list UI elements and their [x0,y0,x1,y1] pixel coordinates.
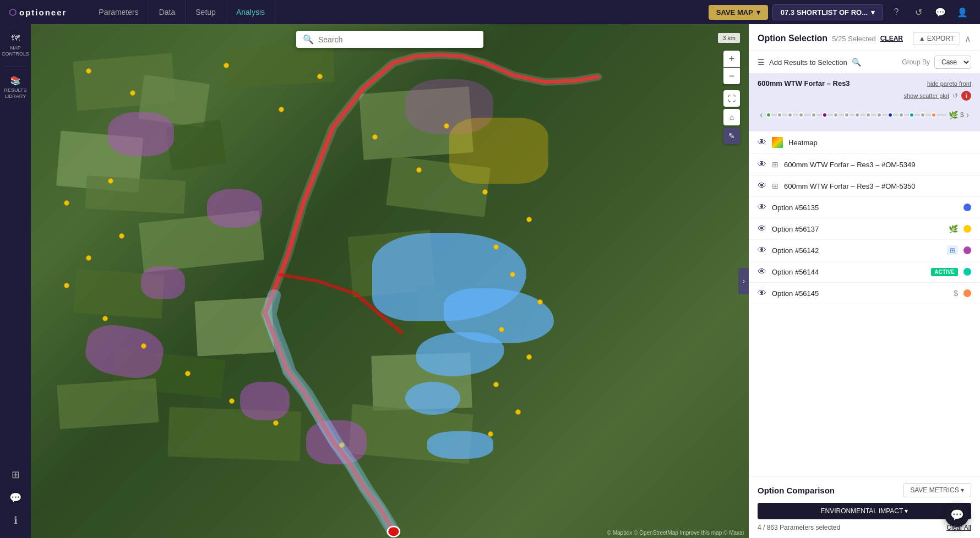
pareto-dot[interactable] [811,112,816,118]
sidebar-map-controls[interactable]: 🗺 MAPCONTROLS [2,29,29,62]
home-button[interactable]: ⌂ [723,109,740,125]
eye-icon[interactable]: 👁 [758,267,766,277]
chat-fab-button[interactable]: 💬 [945,503,969,527]
chat-icon: 💬 [9,492,21,504]
pencil-button[interactable]: ✎ [723,128,740,144]
pareto-dot[interactable] [766,112,771,118]
option-label: 600mm WTW Forfar – Res3 – #OM-5350 [784,182,971,190]
sidebar-bottom: ⊞ 💬 ℹ [2,465,29,538]
fullscreen-button[interactable]: ⛶ [723,90,740,107]
header-actions: ▲ EXPORT ∧ [913,32,971,45]
pareto-line [765,114,946,116]
map-search-bar: 🔍 [296,31,483,48]
clear-selection-button[interactable]: CLEAR [880,35,903,42]
sidebar-results-library[interactable]: 📚 RESULTSLIBRARY [2,71,29,104]
option-label: Option #56142 [772,246,941,255]
refresh-icon[interactable]: ↺ [952,92,958,100]
map-search-input[interactable] [318,35,477,44]
collapse-button[interactable]: ∧ [965,34,971,44]
eye-icon[interactable]: 👁 [758,138,766,147]
group-by-select[interactable]: Case [934,56,971,69]
pareto-dot[interactable] [865,112,871,118]
map-zoom-controls: + − [723,51,740,84]
nav-setup[interactable]: Setup [186,0,226,24]
option-comparison: Option Comparison SAVE METRICS ▾ ENVIRON… [749,476,980,538]
zoom-out-button[interactable]: − [723,68,740,84]
list-item[interactable]: 👁 Option #56137 🌿 [749,218,980,240]
status-badge: ACTIVE [931,268,958,276]
show-scatter-button[interactable]: show scatter plot [903,92,949,99]
map-background[interactable]: 🔍 3 km + − ⛶ ⌂ ✎ © Mapbox © OpenStreetMa… [31,24,749,538]
user-button[interactable]: 👤 [954,3,971,21]
hide-pareto-button[interactable]: hide pareto front [927,80,971,87]
params-selected-label: 4 / 863 Parameters selected [758,524,840,531]
sidebar-chat-button[interactable]: 💬 [2,488,29,509]
option-color [963,204,971,211]
option-selection-header: Option Selection 5/25 Selected CLEAR ▲ E… [749,24,980,51]
refresh-button[interactable]: ↺ [910,3,927,21]
list-item[interactable]: 👁 ⊞ 600mm WTW Forfar – Res3 – #OM-5349 [749,154,980,175]
sidebar-grid-button[interactable]: ⊞ [2,465,29,486]
save-metrics-button[interactable]: SAVE METRICS ▾ [903,483,971,497]
pareto-icons: 🌿 $ [949,111,964,119]
eye-icon[interactable]: 👁 [758,224,766,234]
eye-icon[interactable]: 👁 [758,245,766,255]
nav-links: Parameters Data Setup Analysis [89,0,275,24]
pareto-dot[interactable] [876,112,882,118]
params-row: 4 / 863 Parameters selected Clear All [758,524,971,531]
list-item[interactable]: 👁 Option #56142 ⊞ [749,240,980,261]
nav-parameters[interactable]: Parameters [89,0,149,24]
save-map-button[interactable]: SAVE MAP ▾ [709,5,768,20]
list-item[interactable]: 👁 ⊞ 600mm WTW Forfar – Res3 – #OM-5350 [749,175,980,197]
chat-button[interactable]: 💬 [932,3,949,21]
add-results-row: ☰ Add Results to Selection 🔍 Group By Ca… [749,51,980,74]
shortlist-button[interactable]: 07.3 SHORTLIST OF RO... ▾ [772,4,883,20]
list-item[interactable]: 👁 Option #56144 ACTIVE [749,261,980,283]
pareto-dot[interactable] [920,112,925,118]
option-label: Option #56137 [772,225,943,233]
pareto-dot[interactable] [822,112,827,118]
eye-icon[interactable]: 👁 [758,160,766,169]
comparison-title: Option Comparison [758,486,835,495]
eye-icon[interactable]: 👁 [758,202,766,212]
group-by-label: Group By [902,58,930,66]
chat-fab-icon: 💬 [950,508,964,521]
nav-right-actions: SAVE MAP ▾ 07.3 SHORTLIST OF RO... ▾ ? ↺… [709,3,971,21]
sidebar-info-button[interactable]: ℹ [2,510,29,531]
pareto-dot[interactable] [888,112,893,118]
pareto-nav-right[interactable]: › [964,110,971,120]
pareto-dot[interactable] [777,112,782,118]
sidebar-map-controls-label: MAPCONTROLS [2,45,29,57]
add-results-search-icon[interactable]: 🔍 [852,58,861,67]
list-item[interactable]: 👁 Option #56145 $ [749,283,980,304]
panel-expand-button[interactable]: › [738,268,749,294]
pareto-nav-left[interactable]: ‹ [758,110,765,120]
eye-icon[interactable]: 👁 [758,288,766,298]
leaf-icon: 🌿 [949,111,958,119]
leaf-icon: 🌿 [949,224,958,233]
pareto-dot[interactable] [844,112,850,118]
option-color [963,246,971,254]
eye-icon[interactable]: 👁 [758,181,766,191]
heatmap-item[interactable]: 👁 Heatmap [749,131,980,154]
dollar-sign: $ [960,111,964,119]
nav-data[interactable]: Data [149,0,186,24]
pareto-dot[interactable] [798,112,804,118]
pareto-dot[interactable] [909,112,914,118]
help-button[interactable]: ? [888,3,905,21]
pareto-dot[interactable] [931,112,937,118]
logo-icon: ⬡ [9,7,17,18]
pareto-dot[interactable] [854,112,860,118]
environmental-impact-button[interactable]: ENVIRONMENTAL IMPACT ▾ [758,503,971,519]
info-badge: i [961,91,971,101]
nav-analysis[interactable]: Analysis [226,0,275,24]
zoom-in-button[interactable]: + [723,51,740,67]
list-item[interactable]: 👁 Option #56135 [749,197,980,218]
pareto-dot[interactable] [899,112,904,118]
pareto-dot[interactable] [787,112,793,118]
selected-count: 5/25 Selected [832,35,876,43]
map-search-icon: 🔍 [303,34,314,45]
export-button[interactable]: ▲ EXPORT [913,32,960,45]
pareto-dot[interactable] [833,112,839,118]
group-by-row: Group By Case [902,56,971,69]
